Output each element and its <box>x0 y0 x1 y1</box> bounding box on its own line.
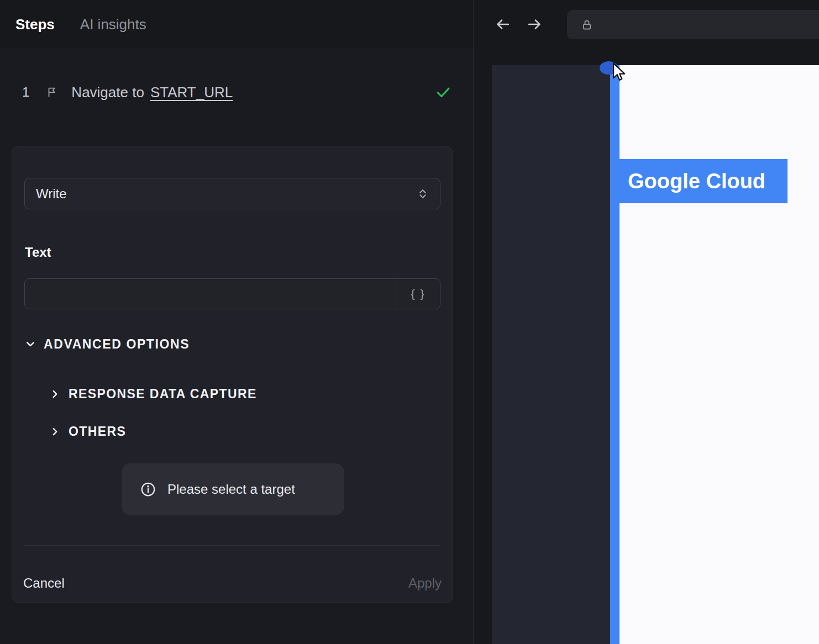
flag-icon <box>46 86 58 99</box>
response-data-capture-toggle[interactable]: RESPONSE DATA CAPTURE <box>50 385 257 403</box>
app-root: Steps AI insights 1 Navigate to START_UR… <box>0 0 819 644</box>
browser-viewport: Google Cloud <box>475 49 819 644</box>
tab-steps[interactable]: Steps <box>15 16 55 33</box>
start-url-link[interactable]: START_URL <box>150 84 233 101</box>
step-title: Navigate to START_URL <box>71 84 233 101</box>
chevron-right-icon <box>50 426 60 437</box>
footer-divider <box>24 545 440 546</box>
steps-panel: Steps AI insights 1 Navigate to START_UR… <box>0 0 474 644</box>
select-target-text: Please select a target <box>167 482 295 497</box>
highlighted-element-strip[interactable] <box>610 65 620 644</box>
advanced-options-label: ADVANCED OPTIONS <box>44 337 190 352</box>
advanced-options-toggle[interactable]: ADVANCED OPTIONS <box>25 334 190 354</box>
step-number: 1 <box>22 85 29 100</box>
info-icon <box>140 481 156 498</box>
step-row[interactable]: 1 Navigate to START_URL <box>22 76 452 108</box>
insert-token-button[interactable]: { } <box>396 279 440 309</box>
lock-icon <box>580 18 594 31</box>
others-label: OTHERS <box>69 424 126 439</box>
mouse-cursor-icon <box>607 61 628 84</box>
browser-toolbar <box>475 0 819 49</box>
response-data-capture-label: RESPONSE DATA CAPTURE <box>69 387 257 402</box>
action-type-select[interactable]: Write <box>24 178 440 209</box>
check-icon <box>435 84 452 101</box>
page-content-region[interactable] <box>620 65 819 644</box>
forward-arrow-icon[interactable] <box>526 16 543 33</box>
cancel-button[interactable]: Cancel <box>23 576 65 591</box>
text-field-label: Text <box>25 245 51 260</box>
step-editor-card: Write Text { } ADVANCED OPTIONS <box>12 146 453 603</box>
browser-panel: Google Cloud <box>475 0 819 644</box>
step-title-text: Navigate to <box>71 84 144 101</box>
back-arrow-icon[interactable] <box>495 16 511 33</box>
text-input-group: { } <box>24 278 440 309</box>
element-highlight-label[interactable]: Google Cloud <box>618 159 788 203</box>
page-sidebar-region[interactable] <box>492 65 610 644</box>
chevron-down-icon <box>25 339 36 350</box>
apply-button[interactable]: Apply <box>408 576 442 591</box>
chevron-right-icon <box>50 389 60 399</box>
tab-ai-insights[interactable]: AI insights <box>80 16 146 33</box>
chevron-up-down-icon <box>417 188 429 200</box>
action-type-value: Write <box>36 186 67 202</box>
url-bar[interactable] <box>567 10 819 39</box>
left-panel-tabs: Steps AI insights <box>0 0 474 49</box>
url-input[interactable] <box>602 18 819 32</box>
select-target-tooltip: Please select a target <box>122 463 344 515</box>
text-input[interactable] <box>25 279 396 309</box>
others-toggle[interactable]: OTHERS <box>50 423 126 440</box>
editor-footer: Cancel Apply <box>23 566 442 600</box>
